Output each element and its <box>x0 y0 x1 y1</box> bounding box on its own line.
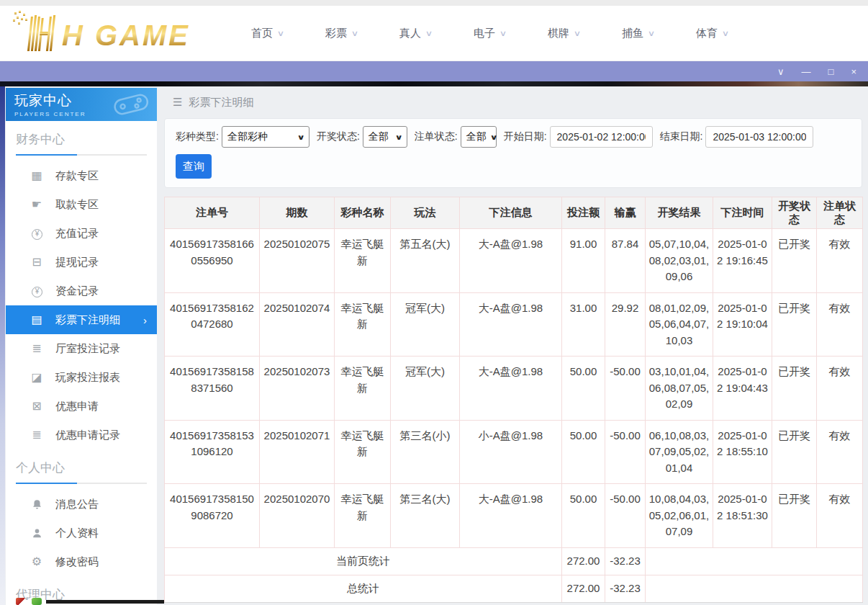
nav-item-sports[interactable]: 体育 ∨ <box>675 27 749 40</box>
table-cell: 2025-01-02 18:55:10 <box>713 420 772 484</box>
nav-item-slots[interactable]: 电子 ∨ <box>453 27 527 40</box>
table-cell: 91.00 <box>562 229 605 293</box>
window-controls: ∨ — □ × <box>777 67 856 76</box>
sidebar-item-label: 提现记录 <box>55 256 99 269</box>
table-cell: 06,10,08,03,07,09,05,02,01,04 <box>646 420 713 484</box>
sidebar-item-label: 修改密码 <box>55 555 99 569</box>
window-dropdown-icon[interactable]: ∨ <box>777 67 785 76</box>
table-cell: 29.92 <box>605 292 646 357</box>
table-cell: 已开奖 <box>772 484 817 548</box>
wallet-icon: ⊟ <box>30 256 43 268</box>
page-title: 彩票下注明细 <box>189 96 253 109</box>
gamepad-icon <box>112 91 150 120</box>
sidebar-item-withdraw[interactable]: ☛ 取款专区 <box>6 190 157 219</box>
sidebar-item-label: 玩家投注报表 <box>55 371 120 385</box>
sidebar-item-change-password[interactable]: ⚙ 修改密码 <box>6 547 157 576</box>
chevron-down-icon: ∨ <box>297 133 304 141</box>
selected-value: 全部 <box>369 130 389 143</box>
table-cell: 小-A盘@1.98 <box>460 420 562 484</box>
main-nav: 首页 ∨ 彩票 ∨ 真人 ∨ 电子 ∨ 棋牌 ∨ 捕鱼 ∨ <box>230 27 749 40</box>
summary-label: 当前页统计 <box>165 547 562 575</box>
table-cell: 2025-01-02 19:10:04 <box>713 292 772 357</box>
close-icon[interactable]: × <box>851 67 856 76</box>
order-status-select[interactable]: 全部 ∨ <box>461 126 497 148</box>
nav-item-lottery[interactable]: 彩票 ∨ <box>304 27 379 40</box>
maximize-icon[interactable]: □ <box>828 67 834 76</box>
table-cell: 有效 <box>817 292 863 357</box>
players-center-banner: 玩家中心 PLAYERS CENTER <box>6 88 157 121</box>
column-header: 下注信息 <box>460 197 562 229</box>
table-cell: 20250102075 <box>260 229 335 293</box>
table-body: 40156917358166055695020250102075幸运飞艇新第五名… <box>165 229 863 548</box>
table-cell: 幸运飞艇新 <box>335 229 391 293</box>
nav-item-home[interactable]: 首页 ∨ <box>230 27 304 40</box>
start-date-label: 开始日期: <box>504 130 547 143</box>
sidebar-item-withdraw-record[interactable]: ⊟ 提现记录 <box>6 248 157 277</box>
start-date-input[interactable] <box>550 126 653 148</box>
chevron-down-icon: ∨ <box>277 29 284 38</box>
table-cell: 第三名(大) <box>391 484 460 548</box>
report-chart-icon: ◪ <box>30 372 43 383</box>
sidebar-item-recharge-record[interactable]: ¥ 充值记录 <box>6 219 157 248</box>
end-date-label: 结束日期: <box>660 130 703 143</box>
nav-label: 体育 <box>696 27 718 40</box>
summary-winloss-total: -32.23 <box>605 547 646 575</box>
lottery-type-select[interactable]: 全部彩种 ∨ <box>222 126 309 148</box>
sidebar-item-announcements[interactable]: 消息公告 <box>6 490 157 519</box>
nav-label: 彩票 <box>325 27 347 40</box>
end-date-input[interactable] <box>705 126 813 148</box>
table-cell: 第三名(小) <box>391 420 460 484</box>
sidebar-item-label: 消息公告 <box>55 498 99 511</box>
main-content: ☰ 彩票下注明细 彩种类型: 全部彩种 ∨ 开奖状态: 全部 ∨ 注单状态: 全… <box>164 86 862 605</box>
table-cell: 已开奖 <box>772 357 817 421</box>
order-status-label: 注单状态: <box>415 130 458 143</box>
draw-status-select[interactable]: 全部 ∨ <box>363 126 407 148</box>
table-cell: 大-A盘@1.98 <box>460 484 562 548</box>
table-cell: 已开奖 <box>772 292 817 357</box>
table-cell: 10,08,04,03,05,02,06,01,07,09 <box>646 484 713 548</box>
column-header: 开奖状态 <box>772 197 817 229</box>
table-header-row: 注单号期数彩种名称玩法下注信息投注额输赢开奖结果下注时间开奖状态注单状态 <box>165 197 863 229</box>
table-cell: 401569173581531096120 <box>165 420 260 484</box>
table-cell: 87.84 <box>605 229 646 293</box>
table-cell: 幸运飞艇新 <box>335 420 391 484</box>
chevron-down-icon: ∨ <box>351 29 358 38</box>
sidebar-item-lottery-bet-details[interactable]: ▤ 彩票下注明细 › <box>6 305 157 334</box>
section-finance-center: 财务中心 <box>6 121 157 161</box>
user-icon <box>30 527 43 539</box>
nav-item-fishing[interactable]: 捕鱼 ∨ <box>601 27 675 40</box>
sidebar: 玩家中心 PLAYERS CENTER 财务中心 ▦ 存款专区 <box>6 88 157 605</box>
summary-bet-total: 272.00 <box>562 547 605 575</box>
sidebar-item-profile[interactable]: 个人资料 <box>6 519 157 547</box>
table-cell: 已开奖 <box>772 420 817 484</box>
search-button[interactable]: 查询 <box>176 154 212 179</box>
hand-money-icon: ☛ <box>30 199 43 210</box>
ordered-list-icon: ≣ <box>30 429 43 441</box>
sidebar-item-deposit[interactable]: ▦ 存款专区 <box>6 161 157 190</box>
column-header: 注单号 <box>165 197 260 229</box>
table-cell: 20250102071 <box>260 420 335 484</box>
minimize-icon[interactable]: — <box>802 67 811 76</box>
column-header: 期数 <box>260 197 335 229</box>
table-cell: -50.00 <box>605 357 646 421</box>
summary-bet-total: 272.00 <box>562 575 605 602</box>
sidebar-item-funds-record[interactable]: ¥ 资金记录 <box>6 277 157 305</box>
nav-label: 棋牌 <box>548 27 569 40</box>
sidebar-item-hall-bet-record[interactable]: ≣ 厅室投注记录 <box>6 334 157 363</box>
sidebar-item-promo-apply-record[interactable]: ≣ 优惠申请记录 <box>6 421 157 449</box>
nav-item-board-games[interactable]: 棋牌 ∨ <box>527 27 601 40</box>
column-header: 玩法 <box>391 197 460 229</box>
summary-empty <box>646 547 863 575</box>
table-cell: 50.00 <box>562 420 605 484</box>
table-cell: 冠军(大) <box>391 357 460 421</box>
sidebar-item-label: 资金记录 <box>55 284 99 298</box>
column-header: 投注额 <box>562 197 605 229</box>
nav-item-live[interactable]: 真人 ∨ <box>379 27 453 40</box>
sidebar-item-promo-apply[interactable]: ⊠ 优惠申请 <box>6 392 157 421</box>
bank-card-icon: ▦ <box>30 170 43 182</box>
table-cell: 有效 <box>817 229 863 293</box>
table-cell: 幸运飞艇新 <box>335 357 391 421</box>
table-cell: 31.00 <box>562 292 605 357</box>
column-header: 下注时间 <box>713 197 772 229</box>
sidebar-item-player-bet-report[interactable]: ◪ 玩家投注报表 <box>6 363 157 392</box>
